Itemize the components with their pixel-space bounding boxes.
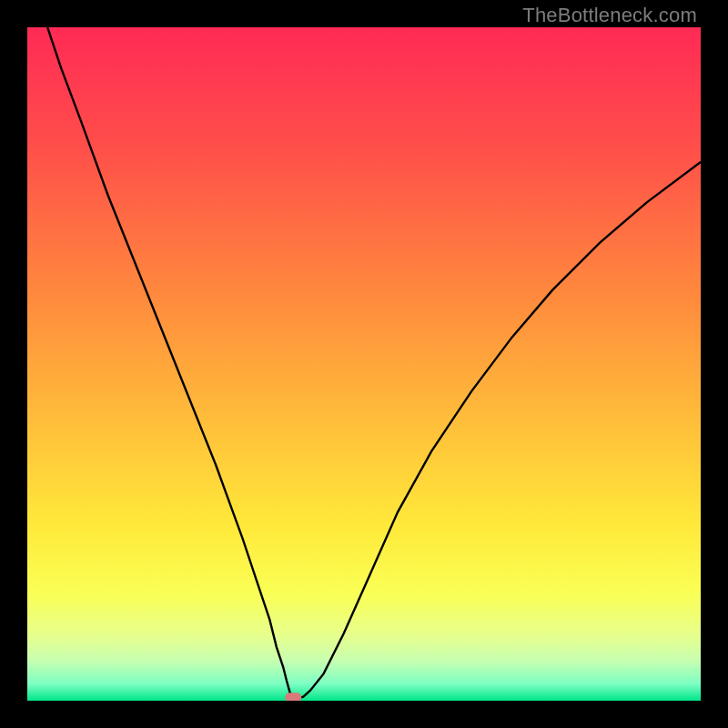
chart-plot-area [27,27,701,701]
chart-frame [0,0,728,728]
minimum-marker [285,693,301,701]
chart-svg [27,27,701,701]
watermark-text: TheBottleneck.com [522,4,697,27]
chart-background [27,27,701,701]
